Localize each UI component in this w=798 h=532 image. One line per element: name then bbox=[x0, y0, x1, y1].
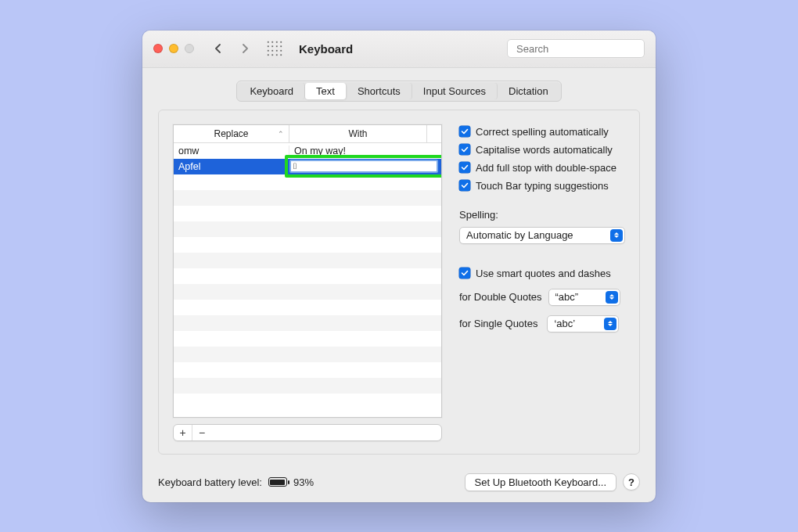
checkbox-icon bbox=[459, 268, 470, 279]
table-row-empty bbox=[174, 347, 441, 362]
column-replace-label: Replace bbox=[214, 128, 248, 139]
table-row-empty bbox=[174, 394, 441, 404]
table-row-empty bbox=[174, 190, 441, 206]
edit-input[interactable]:  bbox=[289, 160, 438, 173]
correct-spelling-checkbox[interactable]: Correct spelling automatically bbox=[459, 126, 625, 138]
footer: Keyboard battery level: 93% Set Up Bluet… bbox=[142, 464, 656, 502]
correct-spelling-label: Correct spelling automatically bbox=[476, 126, 609, 138]
table-row-empty bbox=[174, 284, 441, 300]
back-button[interactable] bbox=[208, 39, 228, 58]
with-cell-editing[interactable]:  bbox=[289, 159, 441, 174]
replace-cell[interactable]: Apfel bbox=[174, 161, 289, 172]
checkbox-icon bbox=[459, 162, 470, 173]
double-quotes-select[interactable]: “abc” bbox=[548, 289, 620, 306]
tab-dictation[interactable]: Dictation bbox=[498, 83, 559, 99]
replacement-table: Replace ⌃ With omwOn my way!Apfel bbox=[173, 124, 442, 418]
table-header: Replace ⌃ With bbox=[174, 125, 441, 143]
table-row-empty bbox=[174, 221, 441, 237]
table-row-empty bbox=[174, 378, 441, 394]
battery-label: Keyboard battery level: bbox=[158, 476, 262, 488]
table-body[interactable]: omwOn my way!Apfel bbox=[174, 143, 441, 404]
select-arrows-icon bbox=[606, 291, 618, 304]
touchbar-checkbox[interactable]: Touch Bar typing suggestions bbox=[459, 180, 625, 192]
tab-input-sources[interactable]: Input Sources bbox=[412, 83, 498, 99]
select-arrows-icon bbox=[610, 229, 623, 242]
table-row-empty bbox=[174, 362, 441, 378]
add-button[interactable]: + bbox=[174, 425, 192, 440]
column-replace[interactable]: Replace ⌃ bbox=[174, 125, 289, 142]
table-row[interactable]: Apfel bbox=[174, 159, 441, 174]
single-quotes-select[interactable]: ‘abc’ bbox=[547, 315, 619, 332]
remove-button[interactable]: − bbox=[192, 425, 211, 440]
help-button[interactable]: ? bbox=[623, 473, 640, 491]
full-stop-label: Add full stop with double-space bbox=[476, 162, 616, 174]
smart-quotes-label: Use smart quotes and dashes bbox=[476, 268, 611, 279]
full-stop-checkbox[interactable]: Add full stop with double-space bbox=[459, 162, 625, 174]
tab-text[interactable]: Text bbox=[305, 83, 347, 99]
replace-cell[interactable]: omw bbox=[174, 146, 289, 156]
options-section: Correct spelling automatically Capitalis… bbox=[459, 124, 625, 441]
window-title: Keyboard bbox=[299, 42, 353, 56]
double-quotes-label: for Double Quotes bbox=[459, 291, 542, 303]
battery-icon bbox=[268, 477, 287, 487]
search-input[interactable] bbox=[516, 43, 648, 55]
spelling-select[interactable]: Automatic by Language bbox=[459, 227, 625, 244]
single-quotes-label: for Single Quotes bbox=[459, 318, 537, 329]
zoom-window-button bbox=[185, 44, 194, 53]
add-remove-group: + − bbox=[173, 424, 442, 441]
column-with-label: With bbox=[349, 128, 368, 139]
battery-percent: 93% bbox=[293, 476, 314, 488]
traffic-lights bbox=[153, 44, 194, 53]
forward-button bbox=[235, 39, 255, 58]
table-row-empty bbox=[174, 315, 441, 331]
checkbox-icon bbox=[459, 180, 470, 191]
minimize-window-button[interactable] bbox=[169, 44, 178, 53]
search-field[interactable] bbox=[507, 39, 645, 58]
table-row-empty bbox=[174, 237, 441, 253]
bluetooth-setup-button[interactable]: Set Up Bluetooth Keyboard... bbox=[465, 473, 616, 491]
table-row-empty bbox=[174, 300, 441, 315]
capitalise-label: Capitalise words automatically bbox=[476, 144, 613, 156]
text-replacement-section: Replace ⌃ With omwOn my way!Apfel + − bbox=[173, 124, 442, 441]
double-quotes-value: “abc” bbox=[555, 291, 579, 303]
table-row-empty bbox=[174, 174, 441, 190]
table-row-empty bbox=[174, 206, 441, 221]
checkbox-icon bbox=[459, 126, 470, 137]
checkbox-icon bbox=[459, 144, 470, 155]
table-row-empty bbox=[174, 331, 441, 347]
tab-bar: KeyboardTextShortcutsInput SourcesDictat… bbox=[236, 81, 561, 102]
touchbar-label: Touch Bar typing suggestions bbox=[476, 180, 609, 192]
table-row-empty bbox=[174, 268, 441, 284]
tab-keyboard[interactable]: Keyboard bbox=[239, 83, 305, 99]
column-with[interactable]: With bbox=[289, 125, 427, 142]
with-cell[interactable]: On my way! bbox=[289, 146, 441, 156]
smart-quotes-checkbox[interactable]: Use smart quotes and dashes bbox=[459, 268, 625, 279]
single-quotes-value: ‘abc’ bbox=[554, 318, 575, 329]
capitalise-checkbox[interactable]: Capitalise words automatically bbox=[459, 144, 625, 156]
column-spacer bbox=[427, 125, 441, 142]
show-all-prefs-icon[interactable] bbox=[266, 40, 283, 57]
table-row-empty bbox=[174, 253, 441, 268]
spelling-value: Automatic by Language bbox=[466, 229, 573, 241]
table-row[interactable]: omwOn my way! bbox=[174, 143, 441, 159]
close-window-button[interactable] bbox=[153, 44, 163, 53]
select-arrows-icon bbox=[604, 318, 616, 330]
tab-shortcuts[interactable]: Shortcuts bbox=[347, 83, 412, 99]
window-toolbar: Keyboard bbox=[142, 31, 656, 68]
content-area: KeyboardTextShortcutsInput SourcesDictat… bbox=[142, 68, 656, 464]
preferences-window: Keyboard KeyboardTextShortcutsInput Sour… bbox=[142, 31, 656, 502]
text-panel: Replace ⌃ With omwOn my way!Apfel + − bbox=[158, 110, 640, 455]
spelling-label: Spelling: bbox=[459, 209, 625, 221]
sort-caret-icon: ⌃ bbox=[278, 130, 284, 138]
